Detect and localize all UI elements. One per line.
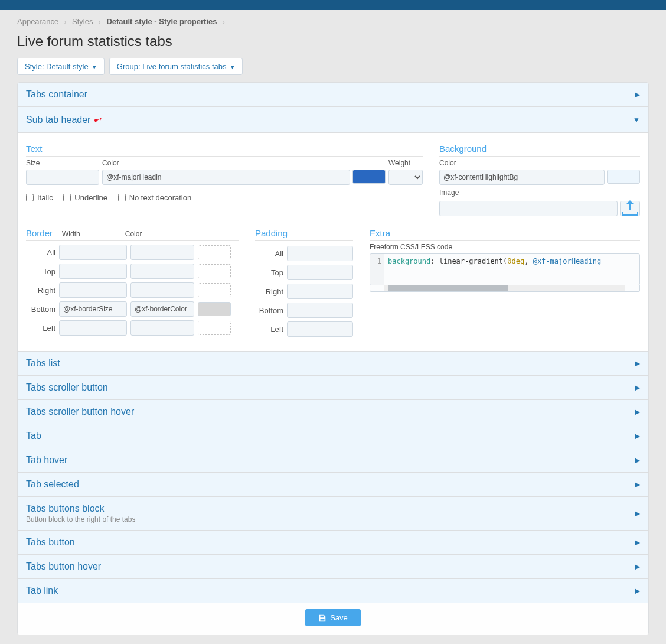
style-filter-button[interactable]: Style: Default style ▼ [17, 58, 105, 75]
border-bottom-width-input[interactable] [59, 301, 127, 317]
caret-right-icon: ▶ [635, 456, 640, 464]
section-label-border: Border [26, 228, 53, 238]
accordion-title: Tab selected [26, 479, 79, 490]
breadcrumb: Appearance › Styles › Default style - St… [17, 10, 649, 31]
upload-icon[interactable] [620, 201, 640, 216]
padding-top-input[interactable] [287, 265, 353, 280]
underline-checkbox[interactable]: Underline [63, 193, 107, 202]
border-top-width-input[interactable] [59, 264, 127, 279]
accordion-title: Tabs button [26, 537, 75, 548]
accordion-tab-selected[interactable]: Tab selected ▶ [18, 473, 648, 497]
border-right-color-input[interactable] [130, 282, 194, 298]
border-right-swatch[interactable] [198, 283, 231, 297]
accordion-tabs-button[interactable]: Tabs button ▶ [18, 531, 648, 555]
border-right-label: Right [26, 286, 56, 295]
padding-right-input[interactable] [287, 284, 353, 299]
accordion-title: Tabs list [26, 358, 60, 369]
caret-right-icon: ▶ [635, 408, 640, 416]
caret-down-icon: ▼ [633, 116, 640, 124]
color-label: Color [102, 159, 386, 167]
caret-right-icon: ▶ [635, 562, 640, 571]
text-color-swatch[interactable] [352, 170, 386, 184]
bg-color-input[interactable] [439, 170, 605, 185]
accordion-tabs-button-hover[interactable]: Tabs button hover ▶ [18, 555, 648, 579]
padding-left-input[interactable] [287, 321, 353, 337]
accordion-title: Tabs buttons block [26, 503, 105, 513]
border-top-swatch[interactable] [198, 264, 231, 278]
accordion-tabs-list[interactable]: Tabs list ▶ [18, 352, 648, 376]
accordion-title: Tabs scroller button hover [26, 406, 134, 417]
border-right-width-input[interactable] [59, 282, 127, 298]
border-bottom-label: Bottom [26, 305, 56, 314]
border-left-color-input[interactable] [130, 320, 194, 336]
caret-right-icon: ▶ [635, 359, 640, 367]
text-section: Text Size Color [26, 144, 423, 216]
filter-buttons: Style: Default style ▼ Group: Live forum… [17, 58, 649, 75]
accordion-tab-hover[interactable]: Tab hover ▶ [18, 448, 648, 473]
accordion-title: Tabs button hover [26, 561, 101, 572]
breadcrumb-default-style[interactable]: Default style - Style properties [106, 17, 217, 26]
css-code-editor[interactable]: 1 background: linear-gradient(0deg, @xf-… [370, 253, 640, 285]
section-label-background: Background [439, 144, 640, 157]
save-button[interactable]: Save [305, 609, 361, 626]
breadcrumb-appearance[interactable]: Appearance [17, 17, 58, 26]
top-bar [0, 0, 666, 10]
padding-top-label: Top [255, 268, 283, 277]
caret-right-icon: ▶ [635, 383, 640, 392]
accordion-tabs-container[interactable]: Tabs container ▶ [18, 83, 648, 107]
accordion-tabs-scroller-button[interactable]: Tabs scroller button ▶ [18, 376, 648, 400]
chevron-right-icon: › [64, 18, 67, 25]
caret-right-icon: ▶ [635, 587, 640, 595]
text-size-input[interactable] [26, 170, 99, 185]
border-left-width-input[interactable] [59, 320, 127, 336]
text-decoration-checks: Italic Underline No text decoration [26, 193, 423, 203]
border-all-width-input[interactable] [59, 245, 127, 260]
border-bottom-color-input[interactable] [130, 301, 194, 317]
caret-down-icon: ▼ [92, 64, 97, 70]
border-all-label: All [26, 248, 56, 257]
accordion-title: Tab [26, 431, 41, 441]
save-footer: Save [18, 603, 648, 635]
caret-right-icon: ▶ [635, 538, 640, 547]
text-weight-select[interactable] [389, 170, 423, 185]
breadcrumb-styles[interactable]: Styles [72, 17, 93, 26]
border-bottom-swatch[interactable] [198, 302, 231, 316]
text-color-input[interactable] [102, 170, 350, 185]
padding-bottom-label: Bottom [255, 306, 283, 315]
bg-color-swatch[interactable] [607, 170, 640, 184]
caret-right-icon: ▶ [635, 90, 640, 99]
accordion-tabs-scroller-button-hover[interactable]: Tabs scroller button hover ▶ [18, 400, 648, 424]
border-width-label: Width [62, 230, 80, 238]
caret-right-icon: ▶ [635, 480, 640, 489]
border-section: Border Width Color All Top [26, 228, 239, 340]
bg-image-input[interactable] [439, 201, 618, 216]
bg-color-label: Color [439, 159, 640, 167]
accordion-tab-link[interactable]: Tab link ▶ [18, 579, 648, 603]
padding-section: Padding All Top Right Bottom Left [255, 228, 353, 340]
italic-checkbox[interactable]: Italic [26, 193, 53, 202]
caret-right-icon: ▶ [635, 432, 640, 440]
padding-bottom-input[interactable] [287, 303, 353, 318]
extra-section: Extra Freeform CSS/LESS code 1 backgroun… [370, 228, 640, 340]
border-top-label: Top [26, 267, 56, 276]
accordion-tab[interactable]: Tab ▶ [18, 424, 648, 448]
section-label-padding: Padding [255, 228, 353, 241]
save-icon [318, 614, 327, 622]
border-color-label: Color [125, 230, 142, 238]
accordion-subtitle: Button block to the right of the tabs [26, 515, 135, 523]
border-top-color-input[interactable] [130, 264, 194, 279]
accordion-sub-tab-header[interactable]: Sub tab header ➸ ▼ [18, 107, 648, 133]
border-all-swatch[interactable] [198, 245, 231, 259]
accordion-title: Tabs scroller button [26, 382, 108, 393]
background-section: Background Color Image [439, 144, 640, 216]
no-decoration-checkbox[interactable]: No text decoration [118, 193, 192, 202]
padding-right-label: Right [255, 287, 283, 296]
padding-all-input[interactable] [287, 246, 353, 261]
page-title: Live forum statistics tabs [17, 33, 649, 50]
group-filter-button[interactable]: Group: Live forum statistics tabs ▼ [109, 58, 243, 75]
border-left-swatch[interactable] [198, 321, 231, 335]
chevron-right-icon: › [223, 18, 225, 25]
border-all-color-input[interactable] [130, 245, 194, 260]
accordion-tabs-buttons-block[interactable]: Tabs buttons block Button block to the r… [18, 497, 648, 531]
horizontal-scrollbar[interactable] [384, 285, 625, 291]
